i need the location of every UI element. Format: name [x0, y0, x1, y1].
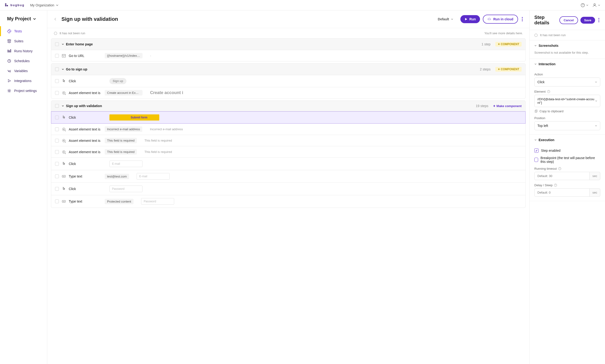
- svg-point-26: [598, 18, 599, 19]
- svg-point-19: [63, 129, 64, 130]
- section-execution[interactable]: Execution: [530, 135, 605, 145]
- sidebar-item-runs-history[interactable]: Runs history: [0, 46, 47, 56]
- details-title: Step details: [534, 15, 559, 26]
- svg-text:?: ?: [548, 90, 549, 93]
- make-component[interactable]: ✦ Make component: [493, 104, 522, 108]
- step-checkbox[interactable]: [55, 91, 59, 95]
- more-button[interactable]: [521, 16, 524, 22]
- svg-text:?: ?: [559, 167, 560, 170]
- org-selector[interactable]: My Organization: [30, 3, 59, 7]
- chevron-down-icon: [598, 4, 600, 6]
- nav-icon: [7, 49, 11, 53]
- step-row[interactable]: ClickSign up: [51, 75, 526, 87]
- timeout-input[interactable]: [534, 172, 590, 180]
- step-checkbox[interactable]: [55, 139, 59, 143]
- position-label: Position: [534, 116, 600, 120]
- step-checkbox[interactable]: [55, 162, 59, 166]
- click-icon: [62, 162, 66, 166]
- group-checkbox[interactable]: [55, 104, 59, 108]
- chevron-down-icon[interactable]: [62, 43, 64, 45]
- sidebar: My Project TestsSuitesRuns historySchedu…: [0, 10, 47, 364]
- element-input[interactable]: //DIV[@data-test-id="submit-create-accou…: [534, 95, 600, 107]
- sidebar-item-variables[interactable]: Variables: [0, 66, 47, 76]
- step-checkbox[interactable]: [55, 174, 59, 178]
- cancel-button[interactable]: Cancel: [559, 16, 578, 24]
- screenshot-msg: Screenshot is not available for this ste…: [534, 51, 600, 54]
- group-header[interactable]: Enter home page1 step✦ COMPONENT: [51, 38, 526, 50]
- step-row[interactable]: Go to URL{{hostname}}/v1/index.html-: [51, 50, 526, 62]
- chevron-down-icon[interactable]: [62, 105, 64, 107]
- nav-icon: [7, 89, 11, 93]
- delay-input[interactable]: [534, 188, 590, 197]
- chevron-down-icon: [534, 63, 537, 65]
- sidebar-item-suites[interactable]: Suites: [0, 36, 47, 46]
- step-row[interactable]: Type texttest@test.comE-mail: [51, 170, 526, 183]
- help-button[interactable]: ?: [580, 3, 589, 8]
- step-checkbox[interactable]: [55, 116, 59, 119]
- group-header[interactable]: Sign up with validation19 steps✦ Make co…: [51, 101, 526, 111]
- sidebar-item-integrations[interactable]: Integrations: [0, 76, 47, 86]
- group-checkbox[interactable]: [55, 67, 59, 71]
- details-panel: Step details Cancel Save It has not been…: [529, 10, 605, 364]
- section-screenshots[interactable]: Screenshots: [530, 40, 605, 51]
- info-icon: ?: [554, 184, 557, 187]
- sidebar-item-project-settings[interactable]: Project settings: [0, 86, 47, 96]
- project-selector[interactable]: My Project: [0, 14, 47, 26]
- cloud-icon: [488, 17, 491, 21]
- svg-point-12: [522, 19, 523, 20]
- svg-point-8: [8, 81, 9, 82]
- position-select[interactable]: Top left: [534, 121, 600, 130]
- assert-icon: [62, 91, 66, 95]
- back-button[interactable]: [53, 17, 58, 22]
- breakpoint-checkbox[interactable]: [534, 158, 538, 162]
- status-text: It has not been run: [60, 31, 85, 35]
- copy-clipboard[interactable]: Copy to clipboard: [534, 109, 600, 113]
- svg-point-11: [522, 17, 523, 18]
- step-row[interactable]: Assert element text isThis field is requ…: [51, 135, 526, 146]
- run-cloud-button[interactable]: Run in cloud: [483, 15, 518, 24]
- assert-icon: [62, 139, 66, 143]
- info-icon: ?: [558, 167, 561, 170]
- step-row[interactable]: Assert element text isIncorrect e-mail a…: [51, 124, 526, 135]
- step-row[interactable]: ClickE-mail: [51, 158, 526, 170]
- sidebar-item-tests[interactable]: Tests: [0, 26, 47, 36]
- chevron-down-icon[interactable]: [62, 68, 64, 70]
- step-checkbox[interactable]: [55, 79, 59, 83]
- section-interaction[interactable]: Interaction: [530, 59, 605, 69]
- svg-rect-0: [5, 3, 6, 4]
- nav-icon: [7, 29, 11, 33]
- step-row[interactable]: Assert element text isThis field is requ…: [51, 146, 526, 158]
- step-row[interactable]: ClickPassword: [51, 183, 526, 195]
- group-checkbox[interactable]: [55, 42, 59, 46]
- chevron-down-icon: [451, 18, 453, 20]
- save-button[interactable]: Save: [580, 17, 595, 24]
- step-checkbox[interactable]: [55, 187, 59, 191]
- svg-rect-15: [62, 54, 65, 57]
- goto-icon: [62, 54, 66, 58]
- step-enabled-checkbox[interactable]: [534, 148, 539, 153]
- profile-selector[interactable]: Default: [434, 15, 458, 23]
- chevron-down-icon: [56, 4, 59, 7]
- click-icon: [62, 187, 66, 191]
- svg-point-17: [63, 92, 64, 93]
- action-select[interactable]: Click: [534, 78, 600, 87]
- step-row[interactable]: Assert element text isCreate account in …: [51, 87, 526, 99]
- details-more-button[interactable]: [597, 17, 600, 23]
- step-checkbox[interactable]: [55, 54, 59, 58]
- user-menu[interactable]: [592, 3, 600, 8]
- logo[interactable]: bugbug: [5, 3, 25, 7]
- svg-point-5: [594, 3, 595, 5]
- step-checkbox[interactable]: [55, 150, 59, 154]
- svg-point-7: [8, 80, 9, 81]
- step-row[interactable]: Type textProtected contentPassword: [51, 195, 526, 208]
- step-checkbox[interactable]: [55, 199, 59, 203]
- svg-rect-2: [7, 5, 8, 6]
- content: Sign up with validation Default Run Run …: [47, 10, 529, 364]
- run-button[interactable]: Run: [460, 15, 480, 23]
- nav-icon: [7, 39, 11, 43]
- svg-point-14: [54, 32, 57, 35]
- step-checkbox[interactable]: [55, 127, 59, 131]
- group-header[interactable]: Go to sign up2 steps✦ COMPONENT: [51, 63, 526, 75]
- sidebar-item-schedules[interactable]: Schedules: [0, 56, 47, 66]
- step-row[interactable]: ClickSubmit form: [51, 111, 526, 124]
